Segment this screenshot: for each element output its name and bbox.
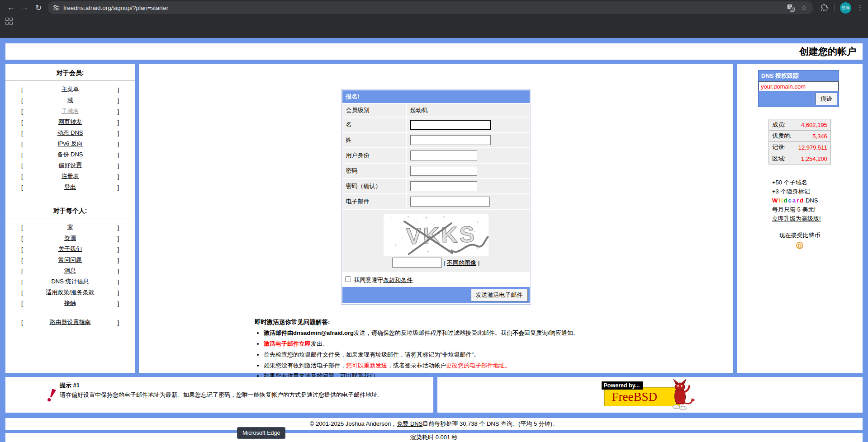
- stats-row-premium: 优质的: 5,346: [769, 131, 831, 142]
- faq-section: 即时激活迷你常见问题解答: 激活邮件由dnsadmin@afraid.org发送…: [255, 318, 719, 381]
- faq-bullet-2: 激活电子邮件立即发出。: [264, 340, 719, 348]
- svg-text:+: +: [476, 220, 479, 225]
- forward-button[interactable]: →: [18, 1, 32, 14]
- member-level-label: 会员级别: [342, 104, 406, 117]
- copyright-post: 目前每秒处理 30,738 个 DNS 查询。(平均 5 分钟)。: [422, 420, 558, 428]
- sidebar-item-backup-dns[interactable]: [ 备份 DNS ]: [21, 149, 119, 160]
- tip-box: 提示 #1 请在偏好设置中保持您的电子邮件地址为最新。如果您忘记了密码，您唯一能…: [5, 377, 433, 413]
- sidebar-item-subdomains: [ 子域名 ]: [21, 106, 119, 117]
- captcha-image: +.+ .+. +.+ .+. .++ .+. ++. + VKKS: [384, 214, 489, 256]
- edge-tooltip: Microsoft Edge: [237, 427, 285, 439]
- members-menu: [ 主菜单 ] [ 域 ] [ 子域名 ] [ 网页转发 ]: [5, 84, 135, 193]
- sidebar-item-logout[interactable]: [ 登出 ]: [21, 182, 119, 193]
- faq-title: 即时激活迷你常见问题解答:: [255, 318, 719, 326]
- submit-row: 发送激活电子邮件: [342, 287, 530, 303]
- svg-text:.: .: [392, 230, 393, 234]
- svg-text:.: .: [480, 236, 482, 240]
- browser-menu-icon[interactable]: ⋮: [857, 4, 863, 12]
- svg-text:文: 文: [791, 8, 794, 11]
- sidebar-item-dynamic-dns[interactable]: [ 动态 DNS ]: [21, 127, 119, 138]
- left-sidebar: 对于会员: [ 主菜单 ] [ 域 ] [ 子域名 ] [: [5, 64, 135, 373]
- stats-row-records: 记录: 12,979,511: [769, 142, 831, 153]
- sidebar-item-domains[interactable]: [ 域 ]: [21, 95, 119, 106]
- dns-trace-box: DNS 授权跟踪 痕迹: [758, 70, 839, 107]
- copyright-bar: © 2001-2025 Joshua Anderson，免费 DNS目前每秒处理…: [5, 418, 863, 430]
- bookmark-star-icon[interactable]: ☆: [801, 4, 807, 12]
- captcha-input[interactable]: [392, 258, 442, 268]
- last-name-field[interactable]: [410, 135, 491, 145]
- svg-text:.: .: [470, 216, 471, 220]
- sidebar-item-registry[interactable]: [ 注册表 ]: [21, 171, 119, 182]
- bitcoin-link[interactable]: 现在接受比特币: [779, 232, 821, 239]
- members-section-title: 对于会员:: [5, 69, 135, 80]
- main-content: 报名! 会员级别 起动机 名 姓 用户身份 密码: [139, 64, 733, 373]
- sidebar-item-policy-tos[interactable]: [ 适用政策/服务条款 ]: [21, 287, 119, 298]
- premium-promo: +50 个子域名 +3 个隐身标记 WildcardDNS 每月只需 5 美元!…: [772, 178, 863, 223]
- extensions-icon[interactable]: [821, 4, 829, 12]
- userid-field[interactable]: [410, 150, 477, 160]
- svg-text:+: +: [425, 216, 427, 220]
- form-header: 报名!: [342, 90, 530, 103]
- sidebar-item-dns-stats[interactable]: [ DNS 统计信息 ]: [21, 276, 119, 287]
- bitcoin-block: 现在接受比特币 ₿: [737, 231, 863, 249]
- sidebar-item-home[interactable]: [ 家 ]: [21, 222, 119, 233]
- url-bar[interactable]: freedns.afraid.org/signup/?plan=starter …: [48, 1, 813, 14]
- page-title-bar: 创建您的帐户: [5, 43, 863, 60]
- faq-bullet-4: 如果您没有收到激活电子邮件，您可以重新发送，或者登录非活动帐户更改您的电子邮件地…: [264, 362, 719, 370]
- stats-row-zones: 区域: 1,254,200: [769, 153, 831, 165]
- sidebar-item-about[interactable]: [ 关于我们 ]: [21, 244, 119, 254]
- url-text[interactable]: freedns.afraid.org/signup/?plan=starter: [63, 5, 787, 11]
- sidebar-item-faq[interactable]: [ 常问问题 ]: [21, 254, 119, 265]
- trace-domain-input[interactable]: [759, 81, 839, 91]
- freebsd-powered-by: Powered by...: [602, 381, 644, 390]
- password-field[interactable]: [410, 166, 477, 176]
- copyright-pre: © 2001-2025 Joshua Anderson，: [310, 420, 397, 428]
- page-title: 创建您的帐户: [799, 45, 856, 58]
- password-label: 密码: [342, 164, 406, 178]
- stats-table: 成员: 4,602,195 优质的: 5,346 记录: 12,979,511 …: [768, 119, 831, 165]
- sidebar-item-web-forward[interactable]: [ 网页转发 ]: [21, 117, 119, 127]
- site-settings-icon[interactable]: [52, 4, 60, 11]
- tip-text: 请在偏好设置中保持您的电子邮件地址为最新。如果您忘记了密码，您唯一能恢复帐户的方…: [60, 390, 424, 400]
- sidebar-item-router-guide[interactable]: [ 路由器设置指南 ]: [21, 317, 119, 328]
- svg-text:.: .: [451, 218, 453, 222]
- exclamation-icon: [47, 389, 56, 403]
- sidebar-item-news[interactable]: [ 消息 ]: [21, 265, 119, 276]
- sidebar-item-main-menu[interactable]: [ 主菜单 ]: [21, 84, 119, 95]
- bitcoin-icon[interactable]: ₿: [796, 242, 803, 249]
- reload-button[interactable]: ↻: [32, 1, 45, 14]
- resend-link[interactable]: 您可以重新发送: [346, 362, 387, 369]
- password-confirm-field[interactable]: [410, 181, 477, 191]
- different-image-link[interactable]: 不同的图像: [447, 259, 476, 266]
- browser-toolbar: ← → ↻ freedns.afraid.org/signup/?plan=st…: [0, 0, 868, 15]
- signup-form: 报名! 会员级别 起动机 名 姓 用户身份 密码: [341, 89, 531, 305]
- agree-checkbox[interactable]: [345, 276, 351, 282]
- back-button[interactable]: ←: [5, 1, 18, 14]
- translate-icon[interactable]: G 文: [787, 4, 795, 12]
- promo-line-subdomains: +50 个子域名: [772, 178, 863, 187]
- email-field[interactable]: [410, 197, 490, 207]
- faq-bullet-1: 激活邮件由dnsadmin@afraid.org发送，请确保您的反垃圾邮件程序和…: [264, 329, 719, 338]
- svg-text:+: +: [394, 243, 397, 248]
- change-email-link[interactable]: 更改您的电子邮件地址。: [446, 362, 511, 369]
- profile-avatar[interactable]: 望淳: [840, 2, 851, 14]
- render-time-bar: 渲染耗时 0.001 秒: [5, 433, 863, 442]
- email-label: 电子邮件: [342, 194, 406, 209]
- first-name-field[interactable]: [410, 120, 491, 130]
- sidebar-item-contact[interactable]: [ 接触 ]: [21, 298, 119, 309]
- sidebar-item-ipv6-reverse[interactable]: [ IPv6 反向 ]: [21, 138, 119, 149]
- right-sidebar: DNS 授权跟踪 痕迹 成员: 4,602,195 优质的: 5,346 记录:…: [737, 64, 863, 373]
- terms-link[interactable]: 条款和条件: [383, 277, 413, 283]
- svg-text:+: +: [427, 249, 429, 254]
- free-dns-link[interactable]: 免费 DNS: [397, 420, 422, 428]
- send-activation-button[interactable]: 发送激活电子邮件: [471, 289, 528, 301]
- upgrade-link[interactable]: 立即升级为高级版!: [772, 215, 821, 222]
- wildcard-dns-line: WildcardDNS: [772, 196, 863, 205]
- sidebar-item-preferences[interactable]: [ 偏好设置 ]: [21, 160, 119, 171]
- render-time-text: 渲染耗时 0.001 秒: [410, 433, 458, 442]
- last-name-label: 姓: [342, 133, 406, 147]
- sidebar-item-resources[interactable]: [ 资源 ]: [21, 233, 119, 244]
- freebsd-logo[interactable]: FreeBSD Powered by...: [602, 381, 699, 409]
- trace-button[interactable]: 痕迹: [816, 93, 837, 105]
- apps-grid-icon[interactable]: [5, 18, 13, 25]
